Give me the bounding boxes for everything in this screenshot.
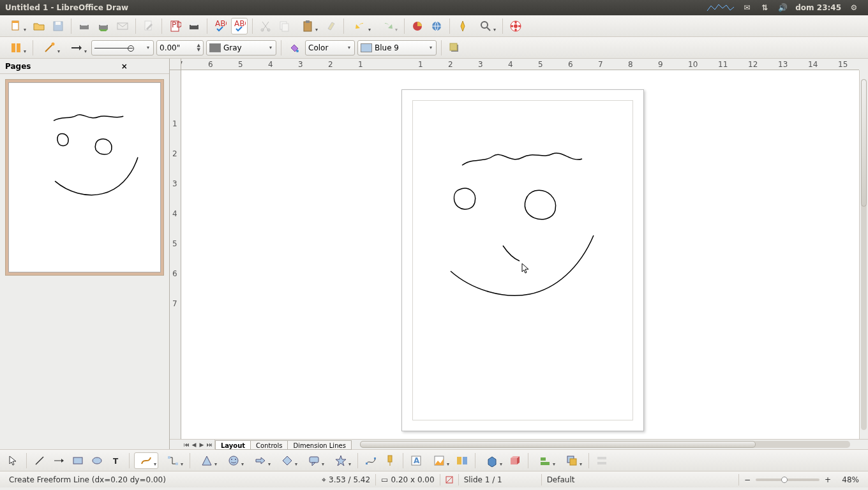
rectangle-tool[interactable] (70, 452, 86, 469)
edit-file-button[interactable] (140, 18, 157, 34)
status-modified[interactable] (440, 474, 459, 486)
from-file-tool[interactable] (427, 452, 451, 469)
rotate3d-tool[interactable] (480, 452, 504, 469)
fontwork-tool[interactable]: A (408, 452, 424, 469)
page-style-button[interactable] (4, 40, 28, 56)
redo-button[interactable] (375, 18, 400, 34)
zoom-in-button[interactable]: + (825, 475, 831, 484)
zoom-out-button[interactable]: − (744, 475, 751, 484)
svg-marker-37 (61, 459, 64, 463)
mail-icon[interactable]: ✉ (742, 3, 752, 12)
block-arrows-tool[interactable] (248, 452, 273, 469)
flowchart-tool[interactable] (275, 452, 299, 469)
arrow-style-button[interactable] (64, 40, 89, 56)
sheet-nav-arrow[interactable]: ⏭ (206, 442, 213, 448)
fill-mode-combo[interactable]: Color ▾ (305, 40, 355, 56)
zoom-level[interactable]: 48% (834, 475, 859, 484)
new-document-button[interactable] (4, 18, 28, 34)
svg-rect-65 (597, 457, 606, 459)
drawing-viewport[interactable] (181, 70, 859, 439)
cut-button[interactable] (257, 18, 274, 34)
line-endpoints-button[interactable] (38, 40, 62, 56)
print-button[interactable] (95, 18, 112, 34)
svg-point-17 (267, 29, 270, 31)
activity-graph-icon[interactable] (706, 3, 734, 12)
paste-button[interactable] (296, 18, 320, 34)
chart-button[interactable] (409, 18, 426, 34)
volume-icon[interactable]: 🔊 (777, 3, 788, 12)
sheet-tab[interactable]: Controls (250, 440, 288, 450)
line-width-spinner[interactable]: 0.00" ▲▼ (156, 40, 204, 56)
mail-document-button[interactable] (114, 18, 131, 34)
alignment-tool[interactable] (533, 452, 557, 469)
sheet-nav-buttons[interactable]: ⏮◀▶⏭ (181, 440, 215, 449)
svg-rect-12 (190, 25, 198, 29)
basic-shapes-tool[interactable] (195, 452, 219, 469)
horizontal-scrollbar[interactable] (360, 440, 850, 449)
copy-button[interactable] (276, 18, 293, 34)
arrange-tool[interactable] (560, 452, 584, 469)
svg-point-45 (231, 459, 232, 460)
spellcheck-button[interactable]: ABC (212, 18, 228, 34)
glue-points-tool[interactable] (382, 452, 398, 469)
edit-points-tool[interactable] (363, 452, 379, 469)
svg-rect-64 (570, 459, 576, 465)
sheet-nav-arrow[interactable]: ◀ (190, 442, 198, 448)
line-color-combo[interactable]: Gray ▾ (206, 40, 276, 56)
shadow-toggle[interactable] (446, 40, 463, 56)
vertical-ruler[interactable]: 1234567 (170, 70, 181, 439)
symbol-shapes-tool[interactable] (221, 452, 246, 469)
hyperlink-button[interactable] (428, 18, 445, 34)
stars-tool[interactable] (329, 452, 353, 469)
line-tool[interactable] (31, 452, 48, 469)
sheet-nav-arrow[interactable]: ⏮ (183, 442, 190, 448)
svg-rect-6 (99, 25, 108, 29)
titlebar: Untitled 1 - LibreOffice Draw ✉ ⇅ 🔊 dom … (0, 0, 868, 15)
zoom-slider[interactable] (756, 479, 819, 481)
print-direct-button[interactable] (76, 18, 93, 34)
arrow-line-tool[interactable] (50, 452, 67, 469)
horizontal-ruler[interactable]: 7654321123456789101112131415 (181, 59, 859, 70)
vertical-scrollbar[interactable] (859, 70, 868, 439)
open-button[interactable] (31, 18, 47, 34)
export-pdf-button[interactable]: PDF (167, 18, 183, 34)
sheet-nav-arrow[interactable]: ▶ (198, 442, 206, 448)
gallery-tool[interactable] (454, 452, 470, 469)
distribute-tool[interactable] (594, 452, 610, 469)
help-button[interactable] (507, 18, 524, 34)
page-canvas[interactable] (401, 89, 644, 431)
print-preview-button[interactable] (186, 18, 202, 34)
canvas-area: 7654321123456789101112131415 1234567 (170, 59, 868, 449)
pages-panel: Pages × 1 (0, 59, 170, 449)
save-button[interactable] (50, 18, 66, 34)
pages-close-button[interactable]: × (85, 62, 165, 71)
sheet-tab[interactable]: Dimension Lines (287, 440, 351, 450)
svg-rect-53 (388, 456, 392, 462)
area-fill-button[interactable] (286, 40, 303, 56)
sheet-tab[interactable]: Layout (215, 440, 251, 450)
autospell-button[interactable]: ABC (231, 18, 248, 34)
network-icon[interactable]: ⇅ (760, 3, 770, 12)
zoom-button[interactable] (474, 18, 498, 34)
formatting-toolbar: ▾ 0.00" ▲▼ Gray ▾ Color ▾ Blue 9 ▾ (0, 37, 868, 59)
format-paintbrush-button[interactable] (322, 18, 339, 34)
undo-button[interactable] (348, 18, 373, 34)
ellipse-tool[interactable] (89, 452, 105, 469)
line-style-combo[interactable]: ▾ (91, 40, 154, 56)
sheet-tabs: LayoutControlsDimension Lines (215, 440, 351, 450)
select-tool[interactable] (5, 452, 22, 469)
svg-point-25 (481, 22, 488, 28)
status-style[interactable]: Default (542, 474, 739, 486)
callouts-tool[interactable] (302, 452, 326, 469)
page-thumbnail[interactable]: 1 (5, 79, 164, 276)
text-tool[interactable]: T (108, 452, 124, 469)
fill-color-combo[interactable]: Blue 9 ▾ (357, 40, 437, 56)
status-slide[interactable]: Slide 1 / 1 (459, 474, 542, 486)
navigator-button[interactable] (454, 18, 471, 34)
connector-tool[interactable] (161, 452, 185, 469)
zoom-controls[interactable]: − + 48% (739, 474, 864, 486)
toggle-extrusion-tool[interactable] (507, 452, 523, 469)
settings-icon[interactable]: ⚙ (849, 3, 859, 12)
clock[interactable]: dom 23:45 (795, 3, 841, 12)
curve-tool[interactable] (134, 452, 158, 469)
